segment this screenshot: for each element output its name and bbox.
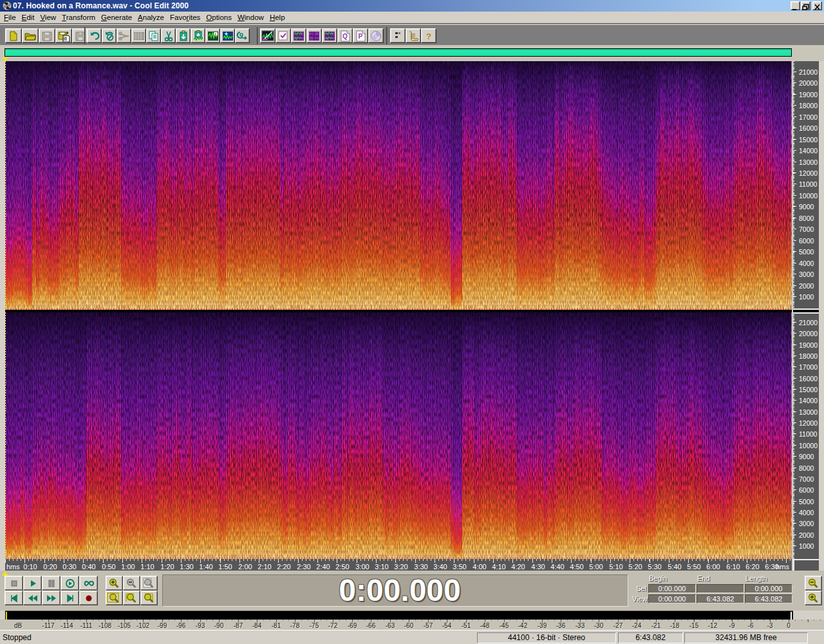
svg-text:Q: Q — [342, 33, 348, 40]
svg-text:P: P — [359, 33, 363, 40]
svg-text:?: ? — [426, 32, 431, 41]
svg-text:z: z — [214, 32, 216, 35]
